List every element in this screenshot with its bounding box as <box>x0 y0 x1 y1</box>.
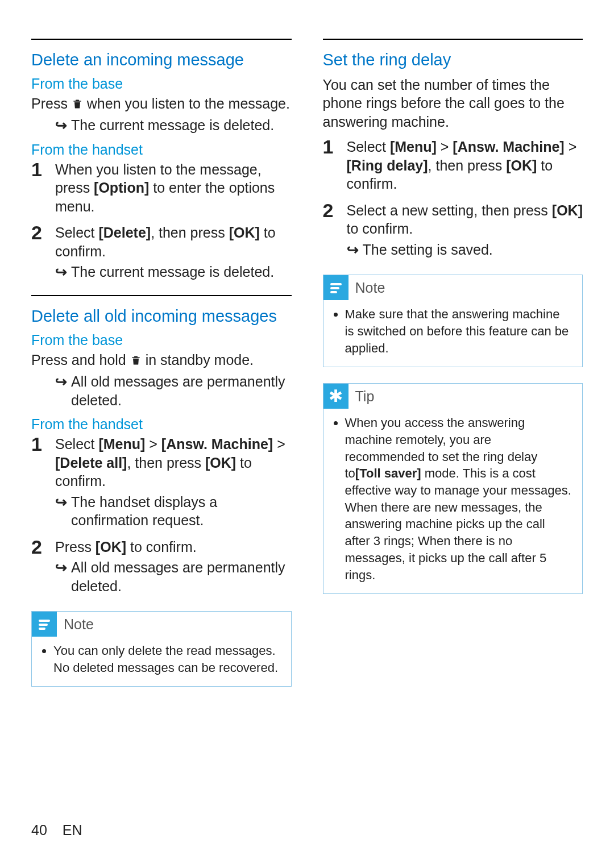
result-line: ↪ The current message is deleted. <box>55 116 292 135</box>
heading-delete-incoming: Delete an incoming message <box>31 50 292 70</box>
result-arrow-icon: ↪ <box>347 240 363 259</box>
result-arrow-icon: ↪ <box>55 263 71 281</box>
callout-title: Tip <box>355 388 375 405</box>
text: Select <box>347 139 390 155</box>
divider <box>31 39 292 40</box>
text: Press and hold <box>31 352 130 368</box>
subheading-from-base: From the base <box>31 332 292 348</box>
result-line: ↪ The handset displays a confirmation re… <box>55 493 292 530</box>
callout-header: Note <box>323 275 583 300</box>
text: > <box>145 436 161 452</box>
ui-label: [Toll saver] <box>355 466 421 480</box>
text: to confirm. <box>347 221 413 236</box>
text: , then press <box>428 157 507 173</box>
callout-body: When you access the answering machine re… <box>323 409 583 593</box>
ui-label: [OK] <box>552 202 583 218</box>
heading-delete-all: Delete all old incoming messages <box>31 306 292 326</box>
result-arrow-icon: ↪ <box>55 558 71 595</box>
text: to confirm. <box>126 539 197 555</box>
note-callout: Note Make sure that the answering machin… <box>323 275 583 367</box>
ui-label: [Answ. Machine] <box>453 139 564 155</box>
result-text: The handset displays a confirmation requ… <box>71 493 292 530</box>
intro-text: You can set the number of times the phon… <box>323 76 583 131</box>
step-item: Press [OK] to confirm. ↪ All old message… <box>31 538 292 596</box>
step-item: When you listen to the message, press [O… <box>31 160 292 216</box>
tip-text: When you access the answering machine re… <box>345 414 572 583</box>
tip-icon: ✱ <box>323 384 349 409</box>
note-text: Make sure that the answering machine is … <box>345 306 572 356</box>
subheading-from-handset: From the handset <box>31 416 292 433</box>
text: > <box>273 436 285 452</box>
ui-label: [Menu] <box>98 436 145 452</box>
step-item: Select [Menu] > [Answ. Machine] > [Ring … <box>323 138 583 193</box>
result-line: ↪ All old messages are permanently delet… <box>55 372 292 409</box>
ui-label: [OK] <box>205 455 236 471</box>
ui-label: [Delete all] <box>55 455 127 471</box>
result-arrow-icon: ↪ <box>55 116 71 135</box>
text: > <box>565 139 577 155</box>
steps-list: Select [Menu] > [Answ. Machine] > [Delet… <box>31 435 292 595</box>
page-number: 40 <box>31 822 47 838</box>
note-icon <box>323 275 349 300</box>
step-item: Select a new setting, then press [OK] to… <box>323 201 583 259</box>
result-arrow-icon: ↪ <box>55 493 71 530</box>
heading-ring-delay: Set the ring delay <box>323 50 583 70</box>
text: > <box>437 139 453 155</box>
callout-body: Make sure that the answering machine is … <box>323 300 583 367</box>
steps-list: Select [Menu] > [Answ. Machine] > [Ring … <box>323 138 583 259</box>
left-column: Delete an incoming message From the base… <box>31 34 292 687</box>
divider <box>31 295 292 296</box>
steps-list: When you listen to the message, press [O… <box>31 160 292 281</box>
text: Press <box>55 539 96 555</box>
text: Select a new setting, then press <box>347 202 552 218</box>
subheading-from-handset: From the handset <box>31 142 292 158</box>
text: when you listen to the message. <box>83 95 290 111</box>
trash-icon <box>130 352 142 371</box>
body-text: Press when you listen to the message. <box>31 94 292 114</box>
callout-header: Note <box>32 612 291 637</box>
note-icon <box>32 612 57 637</box>
callout-title: Note <box>355 280 385 296</box>
text: in standby mode. <box>142 352 254 368</box>
ui-label: [OK] <box>506 157 537 173</box>
result-text: The current message is deleted. <box>71 263 274 281</box>
text: , then press <box>127 455 205 471</box>
language-code: EN <box>63 822 82 838</box>
result-text: The setting is saved. <box>363 240 493 259</box>
subheading-from-base: From the base <box>31 76 292 92</box>
step-item: Select [Menu] > [Answ. Machine] > [Delet… <box>31 435 292 530</box>
result-line: ↪ All old messages are permanently delet… <box>55 558 292 595</box>
result-text: The current message is deleted. <box>71 116 274 135</box>
text: , then press <box>151 225 229 240</box>
text: Select <box>55 436 98 452</box>
text: mode. This is a cost effective way to ma… <box>345 466 571 582</box>
result-line: ↪ The setting is saved. <box>347 240 583 259</box>
step-item: Select [Delete], then press [OK] to conf… <box>31 223 292 281</box>
text: Select <box>55 225 98 240</box>
divider <box>323 39 583 40</box>
note-text: You can only delete the read messages. N… <box>53 642 281 676</box>
page-footer: 40 EN <box>31 822 82 838</box>
ui-label: [OK] <box>96 539 126 555</box>
ui-label: [Ring delay] <box>347 157 428 173</box>
result-text: All old messages are permanently deleted… <box>71 372 292 409</box>
result-text: All old messages are permanently deleted… <box>71 558 292 595</box>
ui-label: [Option] <box>94 180 149 196</box>
result-arrow-icon: ↪ <box>55 372 71 409</box>
page-content: Delete an incoming message From the base… <box>0 0 614 687</box>
ui-label: [Answ. Machine] <box>161 436 273 452</box>
note-callout: Note You can only delete the read messag… <box>31 611 292 687</box>
tip-callout: ✱ Tip When you access the answering mach… <box>323 383 583 594</box>
callout-header: ✱ Tip <box>323 384 583 409</box>
result-line: ↪ The current message is deleted. <box>55 263 292 281</box>
trash-icon <box>72 95 83 114</box>
text: Press <box>31 95 72 111</box>
right-column: Set the ring delay You can set the numbe… <box>323 34 583 687</box>
callout-title: Note <box>64 616 94 633</box>
ui-label: [OK] <box>229 225 260 240</box>
ui-label: [Delete] <box>98 225 151 240</box>
ui-label: [Menu] <box>390 139 437 155</box>
callout-body: You can only delete the read messages. N… <box>32 637 291 686</box>
body-text: Press and hold in standby mode. <box>31 351 292 371</box>
